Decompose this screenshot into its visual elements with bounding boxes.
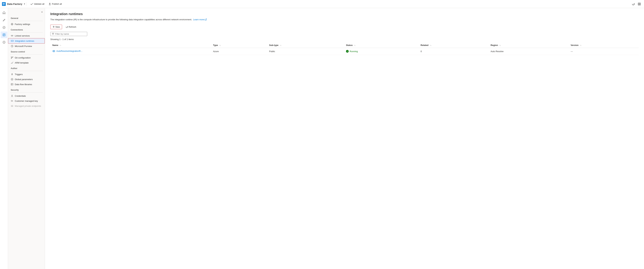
- cell-name: AutoResolveIntegrationR...: [50, 48, 211, 55]
- sort-icon-name[interactable]: ↑↓: [60, 44, 61, 46]
- icon-rail: [0, 8, 8, 269]
- sort-icon-subtype[interactable]: ↑↓: [280, 44, 282, 46]
- sidebar-item-integration-runtimes[interactable]: Integration runtimes: [8, 38, 45, 43]
- credentials-icon: [11, 94, 14, 97]
- topbar-refresh-button[interactable]: [630, 1, 636, 7]
- sidebar-section-general: General: [8, 15, 45, 20]
- filter-input-wrap: [50, 32, 87, 36]
- rail-home-button[interactable]: [1, 9, 8, 16]
- table-header-row: Name ↑↓ Type ↑↓ Sub-type ↑↓ Status ↑↓: [50, 42, 639, 48]
- sidebar: « General Factory settings Connections L…: [8, 8, 45, 269]
- rail-monitor-button[interactable]: [1, 24, 8, 31]
- svg-rect-3: [4, 4, 5, 5]
- sort-icon-version[interactable]: ↑↓: [580, 44, 582, 46]
- sort-icon-type[interactable]: ↑↓: [219, 44, 221, 46]
- topbar-icons: [630, 1, 642, 7]
- refresh-icon: [66, 26, 68, 28]
- col-header-related: Related ↑↓: [418, 42, 488, 48]
- sidebar-item-microsoft-purview[interactable]: Microsoft Purview: [8, 43, 45, 49]
- plus-icon: [52, 26, 55, 28]
- filter-input[interactable]: [55, 33, 86, 35]
- status-dot: [346, 50, 349, 53]
- params-icon: [11, 78, 14, 81]
- count-text: Showing 1 - 1 of 1 items: [50, 38, 639, 40]
- chevron-down-icon: ▾: [24, 3, 25, 5]
- sidebar-section-source-control: Source control: [8, 49, 45, 54]
- main-content: Integration runtimes The integration run…: [45, 8, 644, 269]
- brand-label: Data Factory: [7, 2, 22, 5]
- validate-all-button[interactable]: Validate all: [29, 2, 46, 6]
- topbar-discard-button[interactable]: [636, 1, 642, 7]
- sidebar-item-customer-managed-key[interactable]: Customer managed key: [8, 98, 45, 103]
- svg-point-14: [11, 58, 12, 59]
- cell-subtype: Public: [267, 48, 344, 55]
- monitor-icon: [2, 26, 6, 29]
- col-header-type: Type ↑↓: [211, 42, 267, 48]
- runtime-row-icon: [52, 50, 55, 53]
- svg-rect-0: [3, 3, 4, 4]
- topbar: Data Factory ▾ Validate all Publish all: [0, 0, 644, 8]
- col-header-status: Status ↑↓: [344, 42, 418, 48]
- publish-icon: [48, 3, 51, 5]
- learn-more-link[interactable]: Learn more: [193, 18, 207, 21]
- endpoint-icon: [11, 105, 14, 107]
- rail-edit-button[interactable]: [1, 17, 8, 23]
- cell-region: Auto Resolve: [488, 48, 568, 55]
- home-icon: [2, 11, 6, 14]
- discard-icon: [638, 2, 641, 5]
- sidebar-section-connections: Connections: [8, 27, 45, 32]
- sidebar-item-arm-template[interactable]: ARM template: [8, 60, 45, 65]
- sort-icon-region[interactable]: ↑↓: [499, 44, 501, 46]
- svg-point-9: [12, 35, 13, 36]
- divider-security: [10, 92, 43, 93]
- sidebar-item-factory-settings[interactable]: Factory settings: [8, 22, 45, 27]
- refresh-icon: [632, 2, 635, 5]
- sidebar-item-git-configuration[interactable]: Git configuration: [8, 55, 45, 60]
- cell-related: 0: [418, 48, 488, 55]
- svg-point-13: [11, 57, 12, 57]
- page-description: The integration runtime (IR) is the comp…: [50, 18, 639, 21]
- runtime-name-link[interactable]: AutoResolveIntegrationR...: [56, 50, 82, 52]
- collapse-icon[interactable]: «: [40, 10, 44, 14]
- sidebar-item-global-parameters[interactable]: Global parameters: [8, 77, 45, 82]
- arm-icon: [11, 61, 14, 64]
- key-icon: [11, 100, 14, 102]
- cell-status: Running: [344, 48, 418, 55]
- sidebar-section-security: Security: [8, 87, 45, 92]
- divider-general: [10, 21, 43, 21]
- purview-icon: [11, 45, 14, 47]
- trigger-icon: [11, 73, 14, 76]
- sidebar-collapse-btn[interactable]: «: [8, 9, 45, 15]
- refresh-button[interactable]: Refresh: [64, 25, 78, 29]
- col-header-version: Version ↑↓: [569, 42, 639, 48]
- git-icon: [11, 56, 14, 59]
- manage-icon: [2, 33, 6, 36]
- sidebar-item-data-flow-libraries[interactable]: Data flow libraries: [8, 82, 45, 87]
- publish-all-button[interactable]: Publish all: [47, 2, 63, 6]
- edit-icon: [2, 18, 6, 22]
- runtime-icon: [11, 39, 14, 42]
- sidebar-item-triggers[interactable]: Triggers: [8, 72, 45, 77]
- data-table: Name ↑↓ Type ↑↓ Sub-type ↑↓ Status ↑↓: [50, 42, 639, 55]
- cell-version: ---: [569, 48, 639, 55]
- body-layout: « General Factory settings Connections L…: [0, 8, 644, 269]
- rail-manage-button[interactable]: [1, 31, 8, 38]
- sidebar-section-author: Author: [8, 65, 45, 70]
- sort-icon-related[interactable]: ↑↓: [430, 44, 431, 46]
- brand[interactable]: Data Factory ▾: [2, 2, 26, 6]
- svg-point-5: [3, 26, 5, 29]
- sidebar-item-linked-services[interactable]: Linked services: [8, 33, 45, 38]
- svg-point-8: [11, 35, 12, 36]
- toolbar: New Refresh: [50, 25, 639, 29]
- sort-icon-status[interactable]: ↑↓: [354, 44, 356, 46]
- cell-type: Azure: [211, 48, 267, 55]
- rail-learn-button[interactable]: [1, 39, 8, 46]
- svg-rect-1: [4, 3, 5, 4]
- status-running: Running: [346, 50, 358, 53]
- filter-icon: [52, 33, 54, 35]
- new-button[interactable]: New: [50, 25, 62, 29]
- learn-icon: [2, 40, 6, 44]
- divider-source-control: [10, 54, 43, 54]
- sidebar-item-credentials[interactable]: Credentials: [8, 93, 45, 98]
- brand-icon: [2, 2, 6, 6]
